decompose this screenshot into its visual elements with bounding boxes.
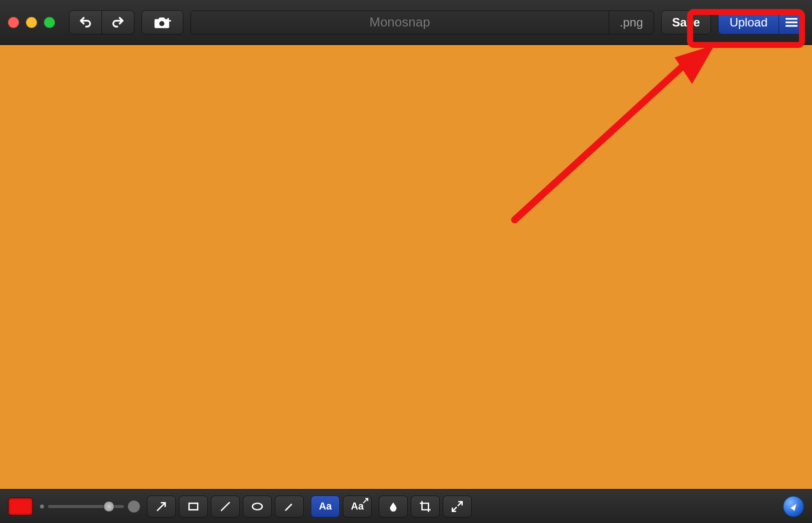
arrow-icon: [155, 500, 168, 513]
svg-rect-4: [786, 21, 798, 23]
canvas-area[interactable]: [0, 45, 812, 489]
text-tool-button[interactable]: Aa: [311, 496, 340, 518]
slider-track[interactable]: [48, 505, 124, 508]
svg-point-11: [252, 503, 262, 510]
text-arrow-tool-label: Aa: [351, 501, 364, 512]
hamburger-icon: [786, 17, 798, 27]
undo-icon: [78, 15, 92, 29]
svg-rect-5: [786, 25, 798, 27]
line-tool-button[interactable]: [211, 496, 240, 518]
bottom-toolbar: Aa Aa: [0, 489, 812, 523]
upload-menu-button[interactable]: [779, 11, 804, 34]
window-close-button[interactable]: [8, 17, 19, 28]
window-controls: [8, 17, 55, 28]
edit-tools-group: [379, 496, 472, 518]
svg-line-8: [157, 503, 164, 511]
ellipse-icon: [250, 500, 264, 513]
filename-field-wrap: .png: [190, 10, 654, 34]
filename-input[interactable]: [191, 11, 609, 34]
slider-knob[interactable]: [103, 501, 114, 512]
svg-rect-3: [786, 18, 798, 20]
pen-tool-button[interactable]: [275, 496, 304, 518]
svg-line-10: [221, 502, 229, 511]
blur-tool-button[interactable]: [379, 496, 408, 518]
upload-button-group: Upload: [718, 10, 804, 34]
brush-size-slider[interactable]: [40, 501, 140, 513]
droplet-icon: [388, 500, 399, 513]
shape-tools-group: [147, 496, 304, 518]
rectangle-icon: [187, 500, 200, 513]
text-tools-group: Aa Aa: [311, 496, 372, 518]
redo-icon: [111, 15, 125, 29]
save-button[interactable]: Save: [661, 10, 711, 34]
crop-tool-button[interactable]: [411, 496, 440, 518]
color-swatch[interactable]: [8, 498, 33, 516]
size-max-icon: [128, 501, 140, 513]
svg-point-0: [159, 21, 164, 26]
file-extension-label[interactable]: .png: [609, 11, 654, 34]
capture-button[interactable]: [141, 10, 183, 34]
size-min-icon: [40, 505, 44, 509]
rectangle-tool-button[interactable]: [179, 496, 208, 518]
pen-icon: [283, 501, 295, 513]
redo-button[interactable]: [102, 10, 134, 34]
window-minimize-button[interactable]: [26, 17, 37, 28]
history-group: [69, 10, 134, 34]
camera-plus-icon: [153, 15, 171, 29]
crop-icon: [419, 500, 432, 513]
resize-icon: [451, 500, 464, 513]
resize-tool-button[interactable]: [443, 496, 472, 518]
top-toolbar: .png Save Upload: [0, 0, 812, 45]
text-arrow-overlay-icon: [363, 498, 369, 504]
open-in-browser-button[interactable]: [783, 496, 804, 517]
ellipse-tool-button[interactable]: [243, 496, 272, 518]
arrow-tool-button[interactable]: [147, 496, 176, 518]
svg-rect-9: [189, 503, 197, 510]
undo-button[interactable]: [69, 10, 102, 34]
window-zoom-button[interactable]: [44, 17, 55, 28]
upload-button[interactable]: Upload: [719, 11, 779, 34]
line-icon: [219, 500, 232, 513]
text-arrow-tool-button[interactable]: Aa: [343, 496, 372, 518]
svg-rect-2: [165, 20, 171, 21]
svg-line-12: [363, 499, 367, 503]
text-tool-label: Aa: [319, 501, 332, 512]
